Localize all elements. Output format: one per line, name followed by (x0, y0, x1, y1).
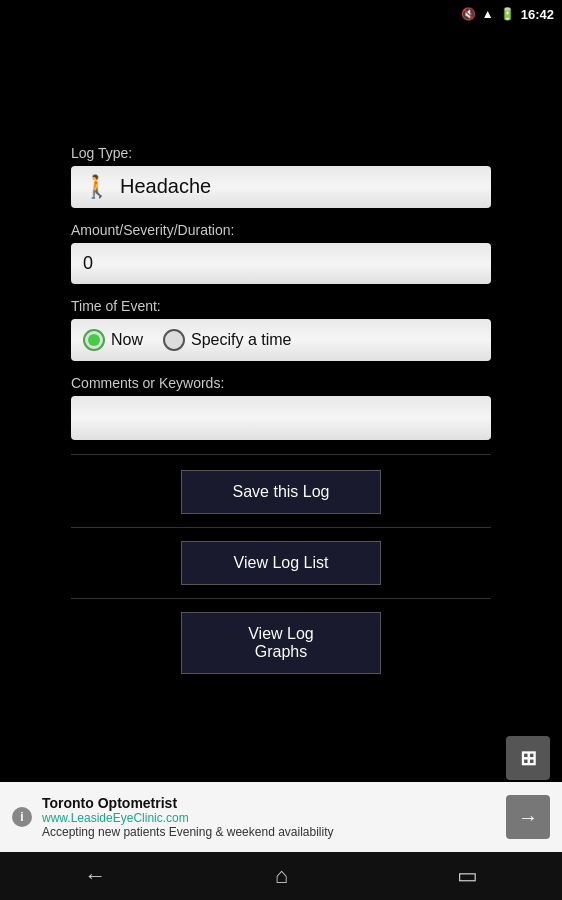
radio-specify-circle[interactable] (163, 329, 185, 351)
comments-input[interactable] (83, 406, 479, 427)
comments-group: Comments or Keywords: (71, 375, 491, 440)
comments-label: Comments or Keywords: (71, 375, 491, 391)
log-type-group: Log Type: 🚶 Headache (71, 145, 491, 208)
floating-expand-button[interactable]: ⊞ (506, 736, 550, 780)
divider-mid (71, 527, 491, 528)
ad-banner: i Toronto Optometrist www.LeasideEyeClin… (0, 782, 562, 852)
amount-label: Amount/Severity/Duration: (71, 222, 491, 238)
wifi-icon: ▲ (482, 7, 494, 21)
main-content: Log Type: 🚶 Headache Amount/Severity/Dur… (0, 28, 562, 795)
nav-home-button[interactable]: ⌂ (255, 855, 308, 897)
nav-back-button[interactable]: ← (64, 855, 126, 897)
radio-now[interactable]: Now (83, 329, 143, 351)
buttons-container: Save this Log View Log List View Log Gra… (71, 465, 491, 679)
ad-arrow-button[interactable]: → (506, 795, 550, 839)
ad-text: Toronto Optometrist www.LeasideEyeClinic… (42, 795, 496, 839)
form-container: Log Type: 🚶 Headache Amount/Severity/Dur… (71, 145, 491, 679)
ad-title: Toronto Optometrist (42, 795, 496, 811)
amount-field[interactable] (71, 243, 491, 284)
amount-group: Amount/Severity/Duration: (71, 222, 491, 284)
comments-field[interactable] (71, 396, 491, 440)
radio-now-circle[interactable] (83, 329, 105, 351)
mute-icon: 🔇 (461, 7, 476, 21)
ad-info-icon: i (12, 807, 32, 827)
log-type-value: Headache (120, 175, 211, 198)
nav-recent-button[interactable]: ▭ (437, 855, 498, 897)
divider-top (71, 454, 491, 455)
view-log-graphs-button[interactable]: View Log Graphs (181, 612, 381, 674)
radio-now-label: Now (111, 331, 143, 349)
ad-subtitle: Accepting new patients Evening & weekend… (42, 825, 496, 839)
amount-input[interactable] (83, 253, 479, 274)
status-time: 16:42 (521, 7, 554, 22)
divider-bot (71, 598, 491, 599)
radio-specify-label: Specify a time (191, 331, 291, 349)
log-type-label: Log Type: (71, 145, 491, 161)
ad-link[interactable]: www.LeasideEyeClinic.com (42, 811, 496, 825)
view-log-list-button[interactable]: View Log List (181, 541, 381, 585)
battery-icon: 🔋 (500, 7, 515, 21)
person-icon: 🚶 (83, 174, 110, 200)
time-label: Time of Event: (71, 298, 491, 314)
time-group: Time of Event: Now Specify a time (71, 298, 491, 361)
save-log-button[interactable]: Save this Log (181, 470, 381, 514)
arrow-icon: → (518, 806, 538, 829)
expand-icon: ⊞ (520, 746, 537, 770)
radio-specify[interactable]: Specify a time (163, 329, 291, 351)
log-type-field[interactable]: 🚶 Headache (71, 166, 491, 208)
radio-now-inner (88, 334, 100, 346)
time-radio-group: Now Specify a time (71, 319, 491, 361)
status-bar: 🔇 ▲ 🔋 16:42 (0, 0, 562, 28)
nav-bar: ← ⌂ ▭ (0, 852, 562, 900)
